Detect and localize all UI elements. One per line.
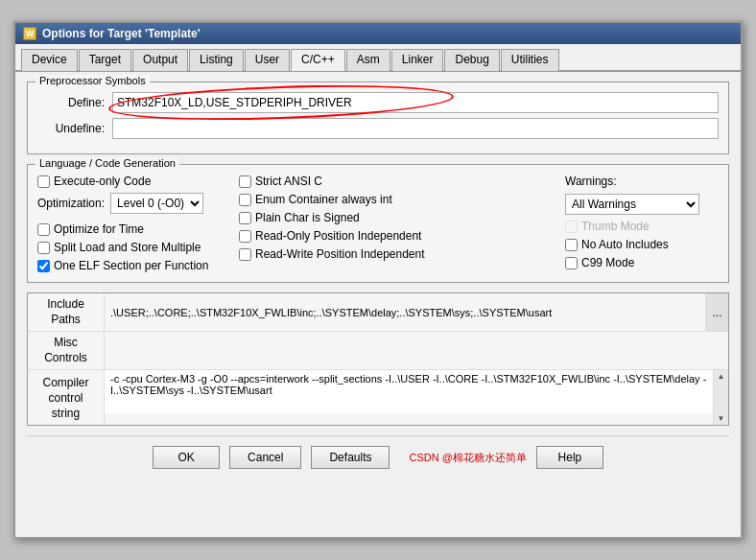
execute-only-label: Execute-only Code [54, 175, 151, 188]
enum-container-check[interactable] [239, 194, 251, 206]
misc-controls-key: Misc Controls [28, 332, 105, 369]
plain-char-check[interactable] [239, 212, 251, 224]
title-bar: W Options for Target 'Template' [15, 23, 741, 44]
content-area: Preprocessor Symbols Define: Undefine: L… [15, 72, 741, 488]
undefine-row: Undefine: [37, 118, 719, 139]
define-label: Define: [37, 96, 105, 109]
tab-linker[interactable]: Linker [391, 49, 444, 71]
one-elf-check[interactable] [37, 260, 50, 272]
compiler-value: -c -cpu Cortex-M3 -g -O0 --apcs=interwor… [105, 370, 713, 413]
compiler-key: Compiler control string [28, 370, 105, 425]
execute-only-check[interactable] [37, 175, 50, 188]
language-group-label: Language / Code Generation [35, 157, 179, 169]
watermark-text: CSDN @棉花糖水还简单 [409, 451, 526, 465]
read-write-label: Read-Write Position Independent [255, 247, 425, 261]
no-auto-includes-row: No Auto Includes [565, 238, 719, 251]
optimize-time-label: Optimize for Time [54, 222, 144, 236]
read-only-check[interactable] [239, 230, 251, 243]
window-title: Options for Target 'Template' [42, 27, 201, 40]
strict-ansi-check[interactable] [239, 175, 251, 188]
main-window: W Options for Target 'Template' Device T… [13, 21, 743, 539]
split-load-label: Split Load and Store Multiple [54, 241, 201, 254]
tab-target[interactable]: Target [79, 49, 131, 71]
paths-section: Include Paths .\USER;..\CORE;..\STM32F10… [27, 292, 729, 426]
undefine-input[interactable] [112, 118, 719, 139]
preprocessor-group-label: Preprocessor Symbols [35, 75, 150, 86]
language-group: Language / Code Generation Execute-only … [27, 164, 729, 283]
optimize-time-check[interactable] [37, 223, 50, 236]
tab-device[interactable]: Device [21, 49, 78, 71]
tab-user[interactable]: User [245, 49, 290, 71]
c99-mode-row: C99 Mode [565, 256, 719, 269]
defaults-button[interactable]: Defaults [311, 446, 390, 469]
warnings-select[interactable]: All Warnings [565, 194, 699, 215]
tab-utilities[interactable]: Utilities [501, 49, 559, 71]
define-input[interactable] [112, 92, 719, 113]
cancel-button[interactable]: Cancel [229, 446, 301, 469]
tab-asm[interactable]: Asm [346, 49, 390, 71]
tab-cpp[interactable]: C/C++ [291, 49, 345, 71]
include-paths-key: Include Paths [28, 293, 105, 331]
compiler-scrollbar[interactable]: ▲ ▼ [713, 370, 728, 425]
plain-char-label: Plain Char is Signed [255, 211, 360, 224]
tab-output[interactable]: Output [132, 49, 188, 71]
read-write-check[interactable] [239, 248, 251, 261]
optimization-select[interactable]: Level 0 (-O0) [110, 193, 203, 214]
one-elf-row: One ELF Section per Function [37, 259, 229, 272]
plain-char-row: Plain Char is Signed [239, 211, 555, 224]
read-only-row: Read-Only Position Independent [239, 229, 555, 243]
execute-only-row: Execute-only Code [37, 175, 229, 188]
c99-mode-label: C99 Mode [581, 256, 634, 269]
scroll-up-arrow[interactable]: ▲ [718, 372, 725, 381]
undefine-label: Undefine: [37, 122, 105, 135]
optimization-label: Optimization: [37, 197, 105, 210]
misc-controls-value [105, 332, 728, 369]
read-write-row: Read-Write Position Independent [239, 247, 555, 261]
no-auto-includes-check[interactable] [565, 239, 578, 251]
tab-debug[interactable]: Debug [444, 49, 499, 71]
bottom-bar: OK Cancel Defaults CSDN @棉花糖水还简单 Help [27, 435, 729, 478]
misc-controls-row: Misc Controls [28, 332, 728, 370]
enum-container-label: Enum Container always int [255, 193, 392, 206]
strict-ansi-label: Strict ANSI C [255, 175, 322, 188]
enum-container-row: Enum Container always int [239, 193, 555, 206]
help-button[interactable]: Help [536, 446, 603, 469]
preprocessor-group: Preprocessor Symbols Define: Undefine: [27, 82, 729, 154]
thumb-mode-check [565, 221, 578, 233]
one-elf-label: One ELF Section per Function [54, 259, 208, 272]
include-paths-value: .\USER;..\CORE;..\STM32F10X_FWLIB\inc;..… [105, 293, 705, 331]
optimization-row: Optimization: Level 0 (-O0) [37, 193, 229, 214]
tab-bar: Device Target Output Listing User C/C++ … [15, 44, 741, 72]
warnings-label: Warnings: [565, 175, 719, 188]
no-auto-includes-label: No Auto Includes [581, 238, 669, 251]
c99-mode-check[interactable] [565, 257, 578, 269]
split-load-row: Split Load and Store Multiple [37, 241, 229, 254]
ok-button[interactable]: OK [153, 446, 220, 469]
thumb-mode-label: Thumb Mode [581, 220, 650, 233]
app-icon: W [23, 27, 36, 40]
scroll-down-arrow[interactable]: ▼ [718, 414, 725, 423]
compiler-string-row: Compiler control string -c -cpu Cortex-M… [28, 370, 728, 425]
define-row: Define: [37, 92, 719, 113]
strict-ansi-row: Strict ANSI C [239, 175, 555, 188]
read-only-label: Read-Only Position Independent [255, 229, 421, 243]
warnings-section: Warnings: All Warnings [565, 175, 719, 215]
include-paths-row: Include Paths .\USER;..\CORE;..\STM32F10… [28, 293, 728, 332]
tab-listing[interactable]: Listing [189, 49, 244, 71]
split-load-check[interactable] [37, 242, 50, 254]
include-paths-button[interactable]: ... [705, 293, 728, 331]
thumb-mode-row: Thumb Mode [565, 220, 719, 233]
optimize-time-row: Optimize for Time [37, 222, 229, 236]
